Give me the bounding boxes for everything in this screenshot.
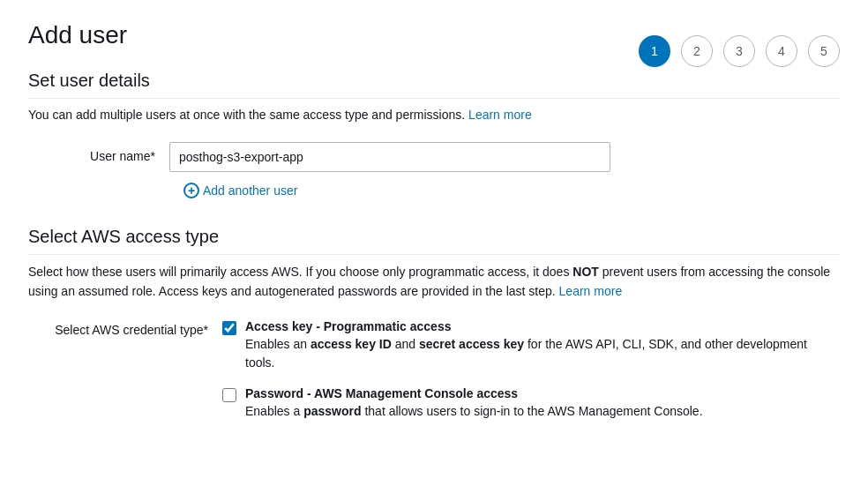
add-another-user-label: Add another user	[203, 183, 297, 198]
plus-circle-icon: +	[183, 183, 199, 198]
password-text: Password - AWS Management Console access…	[245, 386, 703, 421]
step-1[interactable]: 1	[639, 35, 670, 67]
credential-type-label: Select AWS credential type*	[28, 319, 222, 337]
set-user-details-description: You can add multiple users at once with …	[28, 106, 840, 124]
credential-option-password: Password - AWS Management Console access…	[222, 386, 840, 421]
step-indicator: 1 2 3 4 5	[639, 35, 840, 67]
access-key-title: Access key - Programmatic access	[245, 319, 840, 333]
set-user-details-title: Set user details	[28, 71, 840, 99]
username-row: User name*	[28, 142, 840, 172]
access-key-text: Access key - Programmatic access Enables…	[245, 319, 840, 372]
add-another-user-link[interactable]: + Add another user	[183, 183, 840, 198]
username-input[interactable]	[169, 142, 610, 172]
step-5[interactable]: 5	[808, 35, 840, 67]
step-3[interactable]: 3	[723, 35, 755, 67]
aws-access-type-title: Select AWS access type	[28, 227, 840, 255]
aws-access-type-section: Select AWS access type Select how these …	[28, 227, 840, 435]
username-input-wrapper	[169, 142, 610, 172]
password-title: Password - AWS Management Console access	[245, 386, 703, 400]
set-user-details-section: Set user details You can add multiple us…	[28, 71, 840, 198]
username-label: User name*	[28, 142, 169, 163]
aws-access-learn-more[interactable]: Learn more	[559, 284, 623, 298]
set-user-details-learn-more[interactable]: Learn more	[468, 108, 532, 122]
credential-option-access-key: Access key - Programmatic access Enables…	[222, 319, 840, 372]
credential-options: Access key - Programmatic access Enables…	[222, 319, 840, 435]
step-4[interactable]: 4	[766, 35, 797, 67]
credential-type-row: Select AWS credential type* Access key -…	[28, 319, 840, 435]
access-key-checkbox[interactable]	[222, 321, 236, 335]
aws-access-type-description: Select how these users will primarily ac…	[28, 262, 840, 302]
password-desc: Enables a password that allows users to …	[245, 402, 703, 421]
password-checkbox[interactable]	[222, 388, 236, 402]
access-key-desc: Enables an access key ID and secret acce…	[245, 335, 840, 372]
step-2[interactable]: 2	[681, 35, 713, 67]
